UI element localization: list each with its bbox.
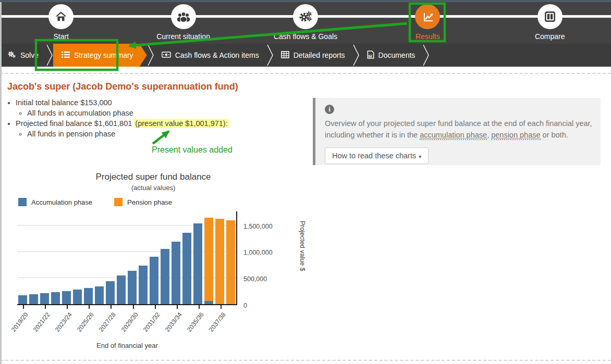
- page: Start Current situation: [0, 0, 611, 364]
- bar-2020/21: [28, 211, 39, 304]
- nav-step-results[interactable]: Results: [366, 2, 488, 44]
- bar-2024/25: [72, 211, 83, 304]
- bar-2030/31: [138, 211, 149, 304]
- plot-area: [17, 211, 237, 305]
- projected-balance-chart: Projected super fund balance (actual val…: [17, 172, 309, 349]
- present-values-annotation: Present values added: [152, 145, 233, 155]
- gears-icon: [7, 50, 16, 60]
- results-subnav: Solve Strategy summary Cas: [0, 44, 611, 67]
- y-axis-title: Projected value $: [299, 221, 306, 315]
- bar-2023/24: [61, 211, 72, 304]
- chart-line-icon: [415, 4, 440, 29]
- pension-swatch: [114, 198, 123, 206]
- chart-title: Projected super fund balance: [17, 172, 289, 182]
- bar-2029/30: [127, 211, 138, 304]
- bar-2032/33: [160, 211, 170, 304]
- word-doc-icon: W: [367, 51, 374, 60]
- pension-phase-term[interactable]: pension phase: [491, 131, 540, 140]
- gears-icon: [293, 4, 318, 29]
- nav-step-start[interactable]: Start: [0, 2, 122, 44]
- nav-step-cash-flows-goals[interactable]: Cash flows & Goals: [245, 2, 366, 44]
- table-icon: [281, 51, 289, 60]
- bar-2031/32: [149, 211, 160, 304]
- nav-step-label: Compare: [535, 32, 565, 41]
- window-left-edge: [0, 2, 2, 364]
- svg-text:W: W: [369, 54, 372, 57]
- bar-2021/22: [39, 211, 50, 304]
- bar-2028/29: [116, 211, 127, 304]
- nav-step-label: Cash flows & Goals: [274, 32, 337, 41]
- bar-2027/28: [105, 211, 116, 304]
- bar-2038/39: [225, 211, 236, 304]
- list-icon: [62, 51, 70, 60]
- pension-phase-item: All funds in pension phase: [27, 129, 310, 139]
- home-icon: [48, 4, 74, 29]
- chevron-separator-icon: [266, 44, 274, 67]
- subnav-label: Detailed reports: [294, 51, 345, 59]
- bar-2035/36: [192, 211, 203, 304]
- chevron-separator-icon: [352, 44, 360, 67]
- y-axis-labels: 0500,0001,000,0001,500,000: [243, 211, 285, 305]
- subnav-item-detailed-reports[interactable]: Detailed reports: [274, 44, 352, 67]
- bar-2022/23: [50, 211, 61, 304]
- fund-heading: Jacob's super (Jacob Demo's superannuati…: [7, 81, 310, 92]
- legend-pension: Pension phase: [114, 198, 172, 206]
- x-axis: 2019/202021/222023/242025/262027/282029/…: [17, 305, 237, 335]
- bar-2034/35: [181, 211, 192, 304]
- chart-info-box: i Overview of your projected super fund …: [313, 98, 601, 165]
- legend-accumulation: Accumulation phase: [18, 198, 92, 206]
- nav-step-label: Results: [416, 32, 440, 41]
- chevron-separator-icon: [147, 44, 154, 67]
- subnav-item-cash-flows-action-items[interactable]: Cash flows & Action items: [154, 44, 266, 67]
- info-icon: i: [325, 105, 334, 114]
- present-value-highlight: (present value $1,001,971):: [134, 119, 228, 128]
- chart-subtitle: (actual values): [17, 184, 289, 192]
- accumulation-phase-term[interactable]: accumulation phase: [420, 131, 487, 140]
- bar-2026/27: [94, 211, 105, 304]
- nav-step-current-situation[interactable]: Current situation: [122, 2, 244, 44]
- subnav-item-strategy-summary[interactable]: Strategy summary: [53, 44, 147, 67]
- initial-balance-item: Initial total balance $153,000 All funds…: [16, 97, 310, 118]
- subnav-label: Documents: [378, 51, 416, 59]
- subnav-label: Solve: [20, 51, 39, 59]
- bar-2019/20: [17, 211, 28, 304]
- page-bottom-dashed-border: [0, 360, 611, 361]
- caret-down-icon: ▾: [419, 154, 421, 159]
- banknote-icon: [162, 51, 171, 60]
- chevron-separator-icon: [422, 44, 430, 67]
- nav-step-label: Start: [53, 32, 69, 41]
- bar-2036/37: [203, 211, 214, 304]
- bar-2033/34: [170, 211, 181, 304]
- subnav-item-documents[interactable]: W Documents: [360, 44, 423, 67]
- chevron-separator-icon: [46, 44, 53, 67]
- bar-2025/26: [83, 211, 94, 304]
- how-to-read-charts-button[interactable]: How to read these charts▾: [325, 147, 429, 164]
- strategy-summary-section: Jacob's super (Jacob Demo's superannuati…: [7, 81, 310, 139]
- subnav-label: Strategy summary: [74, 51, 133, 59]
- bar-2037/38: [214, 211, 225, 304]
- final-balance-item: Projected final balance $1,601,801 (pres…: [16, 118, 310, 139]
- info-text: Overview of your projected super fund ba…: [325, 118, 602, 141]
- nav-step-label: Current situation: [156, 32, 210, 41]
- subnav-label: Cash flows & Action items: [175, 51, 259, 59]
- nav-step-compare[interactable]: Compare: [489, 2, 611, 44]
- people-icon: [171, 4, 196, 29]
- page-top-dashed-border: [0, 73, 611, 74]
- accumulation-phase-item: All funds in accumulation phase: [27, 108, 310, 118]
- accumulation-swatch: [18, 198, 27, 206]
- chart-legend: Accumulation phase Pension phase: [18, 198, 309, 206]
- main-nav: Start Current situation: [0, 2, 611, 44]
- compare-columns-icon: [537, 4, 563, 29]
- subnav-item-solve[interactable]: Solve: [0, 44, 46, 67]
